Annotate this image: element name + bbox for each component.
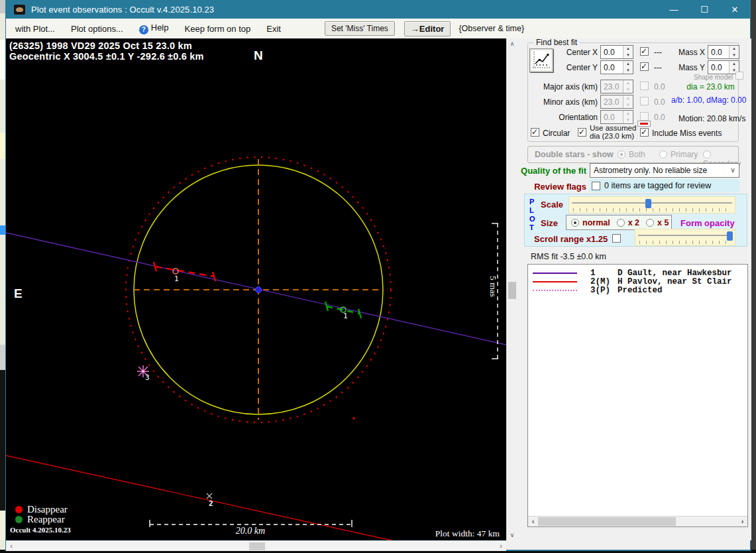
list-scroll-right-arrow[interactable]: › xyxy=(737,517,747,526)
size-radio-group: normal x 2 x 5 xyxy=(566,215,672,230)
minimize-button[interactable]: — xyxy=(659,0,689,19)
best-fit-chart-icon xyxy=(531,50,551,70)
scale-slider[interactable] xyxy=(568,196,735,214)
observer-1-number: 1 xyxy=(590,269,596,278)
plot-version-label: Occult 4.2025.10.23 xyxy=(10,526,71,534)
plot-horizontal-scrollbar[interactable]: ‹ › xyxy=(6,540,506,551)
run-best-fit-button[interactable] xyxy=(529,48,553,72)
miss2-number: 2 xyxy=(209,499,213,508)
chord3-line-swatch xyxy=(533,290,577,291)
plot-letter-t: T xyxy=(529,223,534,231)
menu-plot-options[interactable]: Plot options... xyxy=(64,21,130,36)
plot-header-line2: Geocentric X 3004.5 ±0.1 Y -292.6 ±0.6 k… xyxy=(9,51,204,62)
size-normal-radio[interactable]: normal xyxy=(571,218,610,227)
chord1-disappear-number: 1 xyxy=(174,275,179,283)
double-stars-group: Double stars - show Both Primary Seconda… xyxy=(527,146,739,163)
observer-2-number: 2(M) xyxy=(590,277,610,286)
mass-x-spinner[interactable]: 0.0 ▲▼ xyxy=(708,45,739,59)
circular-checkbox[interactable] xyxy=(531,128,539,137)
center-y-fit-checkbox[interactable] xyxy=(640,62,649,71)
minor-axis-spinner: 23.0 ▲▼ xyxy=(600,95,633,109)
mass-x-label: Mass X xyxy=(668,48,705,57)
include-miss-events-label: Include Miss events xyxy=(652,129,722,138)
form-opacity-slider-thumb[interactable] xyxy=(727,231,733,241)
major-axis-label: Major axis (km) xyxy=(537,82,598,92)
scroll-left-arrow[interactable]: ‹ xyxy=(6,541,17,552)
minor-axis-flag: 0.0 xyxy=(654,97,665,107)
occultation-plot-canvas[interactable]: (26325) 1998 VD29 2025 Oct 15 23.0 km Ge… xyxy=(6,38,506,540)
ab-dmag-readout: a/b: 1.00, dMag: 0.00 xyxy=(671,95,747,105)
editor-button[interactable]: →Editor xyxy=(404,21,451,36)
mass-y-spinner[interactable]: 0.0 ▲▼ xyxy=(708,60,739,74)
shape-model-checkbox xyxy=(735,72,743,80)
orientation-color-sample xyxy=(637,121,651,127)
plot-header-line1: (26325) 1998 VD29 2025 Oct 15 23.0 km xyxy=(9,40,204,51)
menu-exit[interactable]: Exit xyxy=(260,21,288,36)
form-opacity-label: Form opacity xyxy=(680,218,735,228)
center-y-spinner[interactable]: 0.0 ▲▼ xyxy=(600,60,633,74)
find-best-fit-title: Find best fit xyxy=(533,38,580,47)
scalebar-label: 20.0 km xyxy=(224,526,277,536)
scroll-range-checkbox[interactable] xyxy=(612,234,621,243)
scale-slider-thumb[interactable] xyxy=(645,199,651,208)
review-flags-checkbox[interactable] xyxy=(592,182,600,190)
scroll-up-arrow[interactable]: ∧ xyxy=(507,38,517,49)
observers-listbox[interactable]: 1 D Gault, near Hawkesbur 2(M) H Pavlov,… xyxy=(527,264,748,527)
reappear-dot-icon xyxy=(15,516,23,523)
chord2-line-swatch xyxy=(533,281,577,282)
quality-of-fit-value: Astrometry only. No reliable size xyxy=(594,166,707,175)
vertical-scroll-thumb[interactable] xyxy=(508,282,516,299)
maximize-button[interactable]: ☐ xyxy=(689,0,720,19)
review-flags-text: 0 items are tagged for review xyxy=(604,181,711,190)
menu-keep-form-on-top[interactable]: Keep form on top xyxy=(178,21,258,36)
observer-row-3[interactable]: 3(P) Predicted xyxy=(528,286,747,295)
mass-y-label: Mass Y xyxy=(668,63,705,72)
list-scroll-thumb[interactable] xyxy=(538,517,676,526)
list-scroll-left-arrow[interactable]: ‹ xyxy=(528,517,538,526)
size-x2-radio[interactable]: x 2 xyxy=(617,218,639,227)
stray-red-dot xyxy=(352,417,355,420)
scroll-down-arrow[interactable]: ∨ xyxy=(507,530,517,540)
form-opacity-slider[interactable] xyxy=(635,229,735,246)
include-miss-events-checkbox[interactable] xyxy=(640,128,649,137)
review-flags-row: 0 items are tagged for review xyxy=(590,179,739,192)
plot-width-label: Plot width: 47 km xyxy=(435,528,500,539)
size-x5-radio[interactable]: x 5 xyxy=(646,218,669,227)
horizontal-scroll-thumb[interactable] xyxy=(249,542,265,550)
use-assumed-dia-checkbox[interactable] xyxy=(578,128,586,137)
scroll-right-arrow[interactable]: › xyxy=(496,541,506,552)
plot-header: (26325) 1998 VD29 2025 Oct 15 23.0 km Ge… xyxy=(9,40,204,62)
observers-list-scrollbar[interactable]: ‹ › xyxy=(528,516,747,526)
spin-up-icon: ▲ xyxy=(623,46,633,52)
observer-row-2[interactable]: 2(M) H Pavlov, near St Clair xyxy=(528,277,747,286)
chevron-down-icon: ∨ xyxy=(730,166,735,174)
close-button[interactable]: ✕ xyxy=(720,0,750,19)
center-y-flag: --- xyxy=(654,63,662,72)
menubar: with Plot... Plot options... ?Help Keep … xyxy=(6,19,750,38)
observer-row-1[interactable]: 1 D Gault, near Hawkesbur xyxy=(528,269,747,278)
plot-letter-o: O xyxy=(529,215,535,223)
shape-model-label: Shape model xyxy=(680,74,733,81)
center-x-label: Center X xyxy=(551,48,598,57)
review-flags-label: Review flags xyxy=(520,182,586,192)
menu-with-plot[interactable]: with Plot... xyxy=(9,21,62,36)
mas-label: 5 mas xyxy=(488,276,498,297)
center-x-fit-checkbox[interactable] xyxy=(640,47,649,56)
center-point xyxy=(256,287,262,293)
quality-of-fit-combobox[interactable]: Astrometry only. No reliable size ∨ xyxy=(590,163,739,178)
motion-readout: Motion: 20.08 km/s xyxy=(678,114,745,123)
chord1-line-swatch xyxy=(533,273,577,274)
double-stars-both-radio: Both xyxy=(618,150,645,159)
set-miss-times-button[interactable]: Set 'Miss' Times xyxy=(325,21,395,36)
observer-1-name: D Gault, near Hawkesbur xyxy=(618,269,732,278)
major-axis-flag: 0.0 xyxy=(654,82,665,92)
observer-3-name: Predicted xyxy=(618,286,663,295)
legend-reappear-label: Reappear xyxy=(27,514,65,525)
rms-fit-readout: RMS fit -3.5 ±0.0 km xyxy=(531,252,606,261)
center-x-spinner[interactable]: 0.0 ▲▼ xyxy=(600,45,633,59)
observer-time-label: {Observer & time} xyxy=(459,24,524,33)
east-label: E xyxy=(14,286,23,301)
size-label: Size xyxy=(541,218,558,228)
menu-help[interactable]: ?Help xyxy=(133,20,176,37)
plot-vertical-scrollbar[interactable]: ∧ ∨ xyxy=(506,38,517,540)
